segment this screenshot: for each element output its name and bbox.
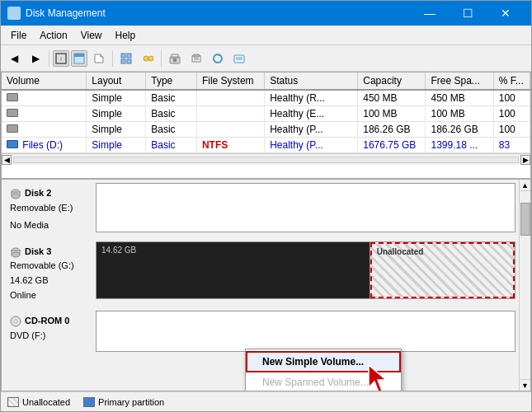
cdrom-icon (10, 316, 21, 327)
toolbar-btn-9[interactable] (186, 49, 206, 68)
disk-2-label: Disk 2 Removable (E:) No Media (5, 183, 96, 236)
toolbar-btn-5[interactable] (89, 49, 109, 68)
svg-rect-5 (127, 54, 131, 58)
cell-volume: Files (D:) (2, 138, 87, 153)
col-status: Status (265, 73, 358, 90)
cell-free: 100 MB (426, 106, 493, 122)
cell-status: Healthy (P... (265, 122, 358, 138)
table-row[interactable]: Files (D:) Simple Basic NTFS Healthy (P.… (2, 138, 530, 153)
svg-point-27 (14, 320, 17, 323)
volume-table: Volume Layout Type File System Status Ca… (2, 73, 530, 153)
disk-3-label: Disk 3 Removable (G:) 14.62 GB Online (5, 241, 96, 306)
partition-size: 14.62 GB (101, 246, 365, 255)
disk-row-3: Disk 3 Removable (G:) 14.62 GB Online 14… (5, 241, 516, 306)
toolbar: ◀ ▶ i (1, 45, 531, 72)
cdrom-label: CD-ROM 0 DVD (F:) (5, 311, 96, 360)
menu-view[interactable]: View (74, 28, 109, 43)
partition-unallocated[interactable]: Unallocated (370, 242, 515, 298)
table-row[interactable]: Simple Basic Healthy (E... 100 MB 100 MB… (2, 106, 530, 122)
svg-rect-12 (173, 59, 177, 62)
toolbar-sep-2 (112, 50, 113, 67)
legend-primary: Primary partition (83, 397, 164, 407)
menu-action[interactable]: Action (33, 28, 73, 43)
close-button[interactable]: ✕ (487, 1, 525, 26)
disk-3-size: 14.62 GB (10, 274, 91, 288)
cell-status: Healthy (R... (265, 90, 358, 106)
toolbar-btn-4[interactable] (71, 50, 87, 67)
cell-layout: Simple (87, 122, 146, 138)
table-row[interactable]: Simple Basic Healthy (R... 450 MB 450 MB… (2, 90, 530, 106)
disk-table: Volume Layout Type File System Status Ca… (2, 73, 530, 180)
toolbar-sep-3 (161, 50, 162, 67)
cell-filesystem (196, 122, 264, 138)
toolbar-btn-7[interactable] (138, 49, 158, 68)
scroll-thumb[interactable] (520, 203, 530, 236)
legend-unallocated: Unallocated (7, 397, 70, 407)
vertical-scrollbar[interactable]: ▲ ▼ (519, 180, 530, 391)
toolbar-btn-8[interactable] (165, 49, 185, 68)
svg-point-9 (148, 56, 153, 61)
scroll-left[interactable]: ◀ (2, 155, 12, 165)
cell-volume (2, 106, 87, 122)
back-button[interactable]: ◀ (4, 49, 24, 68)
disk-3-name: Disk 3 (25, 245, 51, 260)
col-volume: Volume (2, 73, 87, 90)
forward-button[interactable]: ▶ (26, 49, 45, 68)
title-bar: Disk Management — ☐ ✕ (1, 1, 531, 26)
cell-pct: 100 (493, 122, 530, 138)
cell-pct: 100 (493, 106, 530, 122)
cell-capacity: 100 MB (358, 106, 426, 122)
scroll-up[interactable]: ▲ (520, 180, 531, 191)
menu-file[interactable]: File (4, 28, 33, 43)
legend-unalloc-label: Unallocated (22, 397, 70, 407)
menu-bar: File Action View Help (1, 26, 531, 45)
minimize-button[interactable]: — (411, 1, 449, 26)
ctx-new-simple-volume[interactable]: New Simple Volume... (246, 351, 401, 372)
legend-box-primary (83, 397, 95, 407)
col-layout: Layout (87, 73, 146, 90)
window-icon (7, 7, 21, 20)
cell-free: 450 MB (426, 90, 493, 106)
cdrom-type: DVD (F:) (10, 329, 91, 344)
cell-filesystem (196, 90, 264, 106)
cell-free: 186.26 GB (426, 122, 493, 138)
svg-text:i: i (60, 56, 62, 62)
cell-layout: Simple (87, 138, 146, 153)
legend-box-unalloc (7, 397, 19, 407)
legend-primary-label: Primary partition (98, 397, 164, 407)
table-row[interactable]: Simple Basic Healthy (P... 186.26 GB 186… (2, 122, 530, 138)
scroll-right[interactable]: ▶ (520, 155, 530, 165)
svg-point-8 (144, 56, 148, 61)
toolbar-btn-10[interactable] (208, 49, 228, 68)
disk-2-type: Removable (E:) (10, 201, 91, 216)
toolbar-btn-3[interactable]: i (53, 50, 69, 67)
maximize-button[interactable]: ☐ (449, 1, 487, 26)
cell-status: Healthy (P... (265, 138, 358, 153)
disk-3-partitions[interactable]: 14.62 GB Unallocated (96, 241, 516, 299)
context-menu: New Simple Volume... New Spanned Volume.… (245, 349, 402, 391)
col-free: Free Spa... (426, 73, 493, 90)
partition-used[interactable]: 14.62 GB (97, 242, 370, 298)
disk-graph-area: Disk 2 Removable (E:) No Media Disk 3 (2, 180, 519, 391)
svg-rect-6 (121, 59, 125, 63)
svg-rect-4 (121, 54, 125, 58)
toolbar-btn-6[interactable] (116, 49, 136, 68)
col-type: Type (146, 73, 197, 90)
scroll-down[interactable]: ▼ (520, 379, 531, 391)
cell-volume (2, 122, 87, 138)
toolbar-btn-11[interactable] (229, 49, 249, 68)
cell-capacity: 1676.75 GB (358, 138, 426, 153)
col-capacity: Capacity (358, 73, 426, 90)
ctx-new-spanned-volume[interactable]: New Spanned Volume... (246, 372, 401, 391)
disk-row-2: Disk 2 Removable (E:) No Media (5, 183, 516, 236)
cell-free: 1399.18 ... (426, 138, 493, 153)
menu-help[interactable]: Help (109, 28, 143, 43)
disk-3-type: Removable (G:) (10, 259, 91, 274)
cell-type: Basic (146, 106, 197, 122)
unalloc-label: Unallocated (377, 247, 508, 256)
cell-type: Basic (146, 90, 197, 106)
cell-type: Basic (146, 122, 197, 138)
cell-type: Basic (146, 138, 197, 153)
cell-pct: 83 (493, 138, 530, 153)
cell-capacity: 186.26 GB (358, 122, 426, 138)
